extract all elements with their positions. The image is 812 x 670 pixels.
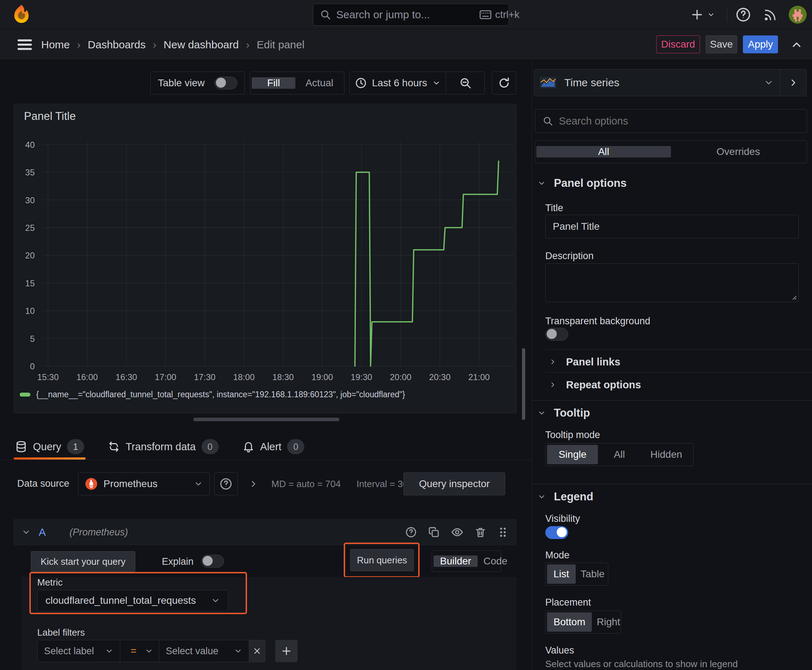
svg-text:20:30: 20:30: [429, 372, 450, 382]
legend-mode-segmented: List Table: [545, 563, 608, 585]
query-row-header[interactable]: A (Prometheus): [14, 519, 517, 545]
repeat-options-section[interactable]: Repeat options: [549, 377, 641, 393]
collapse-pane-chevron-up-icon[interactable]: [788, 37, 805, 53]
datasource-help-button[interactable]: [214, 472, 238, 495]
series-legend-label[interactable]: {__name__="cloudflared_tunnel_total_requ…: [36, 390, 405, 399]
legend-mode-table[interactable]: Table: [576, 564, 610, 584]
builder-option[interactable]: Builder: [434, 555, 478, 567]
grafana-logo-icon[interactable]: [13, 4, 30, 24]
chevron-down-icon: [707, 11, 715, 19]
query-inspector-button[interactable]: Query inspector: [403, 472, 505, 495]
code-option[interactable]: Code: [478, 555, 512, 567]
operator-dropdown[interactable]: =: [120, 640, 159, 662]
panel-options-pane: Time series All Overrides Panel options …: [532, 60, 812, 670]
help-icon[interactable]: [735, 6, 752, 23]
delete-query-trash-icon[interactable]: [475, 526, 487, 538]
run-queries-button[interactable]: Run queries: [350, 549, 414, 571]
description-textarea[interactable]: [545, 264, 799, 302]
chevron-down-icon: [194, 479, 203, 489]
svg-text:0: 0: [30, 362, 35, 371]
explain-toggle[interactable]: [201, 555, 224, 568]
drag-handle-grip-icon[interactable]: [497, 526, 508, 538]
hamburger-menu-icon[interactable]: [17, 38, 33, 52]
visualization-picker[interactable]: Time series: [534, 69, 807, 96]
search-input[interactable]: [336, 8, 475, 21]
user-avatar[interactable]: [789, 6, 807, 24]
tab-alert[interactable]: Alert 0: [241, 434, 306, 460]
query-ref-id[interactable]: A: [39, 526, 46, 538]
database-icon: [15, 441, 27, 453]
tooltip-mode-segmented: Single All Hidden: [545, 443, 693, 466]
topbar-divider: [727, 7, 727, 22]
add-menu-button[interactable]: [690, 7, 715, 23]
tab-overrides[interactable]: Overrides: [671, 146, 805, 157]
svg-text:19:00: 19:00: [312, 372, 333, 382]
expand-options-chevron-icon[interactable]: [247, 477, 260, 490]
remove-filter-x-icon[interactable]: [249, 640, 265, 662]
panel-preview: Panel Title 051015202530354015:3016:0016…: [14, 104, 517, 413]
tab-query-count: 1: [67, 439, 84, 454]
svg-text:18:00: 18:00: [233, 372, 254, 382]
legend-mode-list[interactable]: List: [547, 564, 576, 584]
datasource-picker[interactable]: Prometheus: [78, 472, 210, 495]
table-view-toggle[interactable]: [214, 76, 237, 90]
select-value-dropdown[interactable]: Select value: [159, 640, 249, 662]
keyboard-shortcut-label: ctrl+k: [495, 9, 519, 20]
query-help-icon[interactable]: [405, 526, 417, 538]
discard-button[interactable]: Discard: [656, 36, 700, 53]
collapse-options-chevron-right-icon[interactable]: [780, 77, 806, 88]
transparent-background-toggle[interactable]: [545, 328, 568, 341]
timeseries-chart[interactable]: 051015202530354015:3016:0016:3017:0017:3…: [14, 138, 516, 389]
timeseries-viz-icon: [540, 77, 556, 88]
prometheus-icon: [85, 477, 98, 490]
add-filter-plus-button[interactable]: [275, 640, 298, 662]
zoom-out-icon[interactable]: [446, 72, 485, 94]
placement-bottom[interactable]: Bottom: [547, 612, 592, 632]
panel-title-input[interactable]: [545, 215, 799, 239]
tooltip-mode-single[interactable]: Single: [547, 445, 598, 464]
legend-section-header[interactable]: Legend: [537, 490, 593, 503]
svg-text:35: 35: [25, 168, 35, 177]
news-rss-icon[interactable]: [762, 6, 779, 23]
toggle-visibility-eye-icon[interactable]: [451, 526, 464, 539]
fill-option[interactable]: Fill: [252, 77, 295, 89]
tooltip-section-header[interactable]: Tooltip: [537, 406, 590, 420]
panel-title: Panel Title: [24, 110, 76, 123]
svg-text:19:30: 19:30: [351, 372, 372, 382]
duplicate-query-icon[interactable]: [428, 526, 440, 538]
tab-query[interactable]: Query 1: [14, 434, 86, 460]
breadcrumb-home[interactable]: Home: [41, 39, 70, 51]
svg-text:20:00: 20:00: [390, 372, 411, 382]
panel-links-section[interactable]: Panel links: [549, 354, 620, 370]
actual-option[interactable]: Actual: [296, 77, 342, 89]
chevron-down-icon: [427, 79, 446, 87]
kick-start-query-button[interactable]: Kick start your query: [31, 551, 135, 572]
apply-button[interactable]: Apply: [743, 36, 778, 53]
left-pane-scrollbar[interactable]: [522, 348, 525, 420]
resize-grip-icon[interactable]: [790, 294, 797, 300]
table-view-control: Table view: [150, 71, 245, 95]
keyboard-icon: [480, 10, 492, 19]
values-description: Select values or calculations to show in…: [545, 658, 738, 670]
select-label-dropdown[interactable]: Select label: [37, 640, 120, 662]
split-resize-handle[interactable]: [193, 418, 339, 421]
save-button[interactable]: Save: [706, 36, 737, 53]
time-range-label[interactable]: Last 6 hours: [372, 77, 427, 89]
placement-right[interactable]: Right: [592, 612, 625, 632]
repeat-options-label: Repeat options: [566, 379, 641, 391]
collapse-query-chevron-icon[interactable]: [14, 528, 39, 537]
options-search-input[interactable]: [559, 115, 800, 127]
tooltip-mode-all[interactable]: All: [598, 445, 641, 464]
metric-select[interactable]: cloudflared_tunnel_total_requests: [37, 590, 229, 611]
tab-transform-data[interactable]: Transform data 0: [106, 434, 220, 460]
series-color-swatch[interactable]: [20, 393, 31, 397]
refresh-button[interactable]: [492, 71, 516, 95]
panel-options-section-header[interactable]: Panel options: [537, 177, 627, 189]
tab-all[interactable]: All: [536, 146, 671, 157]
breadcrumb-new-dashboard[interactable]: New dashboard: [164, 39, 239, 51]
breadcrumb-dashboards[interactable]: Dashboards: [88, 39, 146, 51]
query-datasource-note: (Prometheus): [70, 527, 128, 538]
tab-alert-count: 0: [287, 439, 304, 454]
legend-visibility-toggle[interactable]: [545, 526, 568, 539]
tooltip-mode-hidden[interactable]: Hidden: [641, 445, 692, 464]
